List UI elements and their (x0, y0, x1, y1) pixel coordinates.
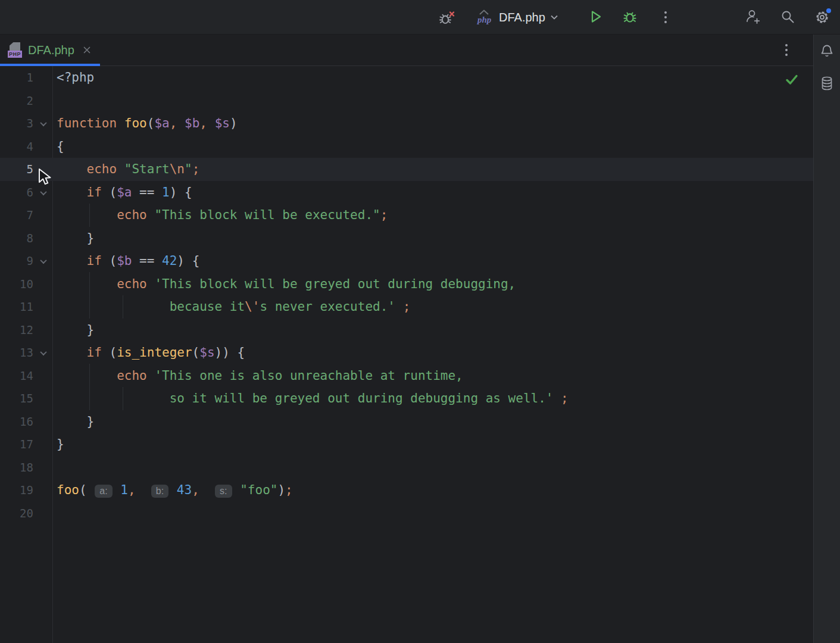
code-line[interactable]: 13 if (is_integer($s)) { (0, 341, 813, 364)
svg-text:php: php (476, 15, 492, 24)
line-number[interactable]: 8 (0, 232, 33, 245)
add-user-button[interactable] (744, 8, 762, 26)
code-text[interactable]: because it\'s never executed.' ; (57, 299, 813, 314)
parameter-hint: s: (215, 485, 232, 498)
code-text[interactable]: so it will be greyed out during debuggin… (57, 391, 813, 405)
line-number[interactable]: 7 (0, 208, 33, 221)
parameter-hint: b: (151, 485, 168, 498)
code-line[interactable]: 10 echo 'This block will be greyed out d… (0, 273, 813, 296)
line-number[interactable]: 4 (0, 140, 33, 153)
run-button[interactable] (587, 8, 604, 25)
line-number[interactable]: 5 (0, 163, 33, 176)
fold-chevron-icon[interactable] (33, 187, 57, 198)
line-number[interactable]: 13 (0, 346, 33, 359)
code-text[interactable]: } (57, 414, 813, 429)
tab-label: DFA.php (28, 43, 74, 57)
main-toolbar: php DFA.php (0, 0, 840, 35)
code-line[interactable]: 2 (0, 89, 813, 113)
run-config-name: DFA.php (499, 11, 545, 24)
run-configuration-selector[interactable]: php DFA.php (474, 7, 558, 27)
code-text[interactable]: } (57, 323, 813, 337)
line-number[interactable]: 18 (0, 461, 33, 474)
line-number[interactable]: 12 (0, 323, 33, 336)
debugger-disconnected-icon[interactable] (438, 9, 456, 27)
code-text[interactable]: } (57, 437, 813, 451)
line-number[interactable]: 2 (0, 94, 33, 107)
php-run-config-icon: php (474, 7, 494, 27)
code-text[interactable]: <?php (57, 70, 813, 85)
code-text[interactable]: echo 'This one is also unreachable at ru… (57, 369, 813, 383)
code-line[interactable]: 1<?php (0, 66, 813, 89)
code-line[interactable]: 11 because it\'s never executed.' ; (0, 295, 813, 319)
code-line[interactable]: 15 so it will be greyed out during debug… (0, 387, 813, 410)
code-line[interactable]: 6 if ($a == 1) { (0, 181, 813, 204)
code-text[interactable]: foo( a: 1, b: 43, s: "foo"); (57, 483, 813, 497)
chevron-down-icon (550, 14, 558, 20)
line-number[interactable]: 1 (0, 71, 33, 84)
line-number[interactable]: 17 (0, 438, 33, 451)
code-line[interactable]: 8 } (0, 227, 813, 250)
code-text[interactable]: echo "Start\n"; (57, 162, 813, 176)
fold-chevron-icon[interactable] (33, 118, 57, 129)
editor-tab-bar: PHP DFA.php (0, 35, 813, 66)
notifications-bell-icon[interactable] (819, 43, 835, 60)
line-number[interactable]: 16 (0, 415, 33, 428)
code-text[interactable]: echo "This block will be executed."; (57, 208, 813, 222)
right-tool-rail (813, 35, 840, 643)
code-text[interactable]: } (57, 231, 813, 245)
settings-button[interactable] (813, 7, 832, 26)
code-line[interactable]: 18 (0, 456, 813, 479)
code-text[interactable]: if ($b == 42) { (57, 254, 813, 268)
code-text[interactable]: if ($a == 1) { (57, 185, 813, 199)
code-line[interactable]: 17} (0, 433, 813, 456)
line-number[interactable]: 9 (0, 254, 33, 267)
code-line[interactable]: 5 echo "Start\n"; (0, 158, 813, 181)
line-number[interactable]: 19 (0, 483, 33, 497)
code-line[interactable]: 16 } (0, 410, 813, 433)
code-line[interactable]: 12 } (0, 319, 813, 342)
more-actions-button[interactable] (660, 9, 672, 26)
line-number[interactable]: 6 (0, 186, 33, 199)
database-icon[interactable] (819, 75, 835, 92)
code-text[interactable]: if (is_integer($s)) { (57, 345, 813, 360)
code-line[interactable]: 7 echo "This block will be executed."; (0, 204, 813, 227)
fold-chevron-icon[interactable] (33, 347, 57, 358)
code-line[interactable]: 20 (0, 502, 813, 525)
fold-chevron-icon[interactable] (33, 255, 57, 266)
line-number[interactable]: 20 (0, 507, 33, 520)
code-text[interactable]: { (57, 139, 813, 154)
line-number[interactable]: 10 (0, 277, 33, 291)
update-badge-dot (826, 8, 831, 13)
php-file-icon: PHP (8, 42, 22, 58)
code-line[interactable]: 9 if ($b == 42) { (0, 249, 813, 273)
inspection-ok-check-icon[interactable] (785, 73, 799, 87)
code-line[interactable]: 4{ (0, 135, 813, 158)
code-line[interactable]: 14 echo 'This one is also unreachable at… (0, 364, 813, 388)
line-number[interactable]: 15 (0, 392, 33, 405)
tab-dfa-php[interactable]: PHP DFA.php (0, 35, 100, 65)
ide-window: php DFA.php (0, 0, 840, 643)
tab-options-button[interactable] (780, 42, 792, 58)
line-number[interactable]: 14 (0, 369, 33, 382)
parameter-hint: a: (95, 485, 112, 498)
code-text[interactable]: function foo($a, $b, $s) (57, 116, 813, 130)
code-editor[interactable]: 1<?php23function foo($a, $b, $s)4{5 echo… (0, 66, 813, 643)
line-number[interactable]: 3 (0, 117, 33, 130)
line-number[interactable]: 11 (0, 300, 33, 313)
code-line[interactable]: 19foo( a: 1, b: 43, s: "foo"); (0, 479, 813, 502)
tab-close-icon[interactable] (82, 45, 92, 55)
code-lines: 1<?php23function foo($a, $b, $s)4{5 echo… (0, 66, 813, 525)
code-line[interactable]: 3function foo($a, $b, $s) (0, 112, 813, 135)
code-text[interactable]: echo 'This block will be greyed out duri… (57, 277, 813, 291)
search-icon[interactable] (779, 8, 797, 26)
debug-button[interactable] (621, 8, 639, 26)
